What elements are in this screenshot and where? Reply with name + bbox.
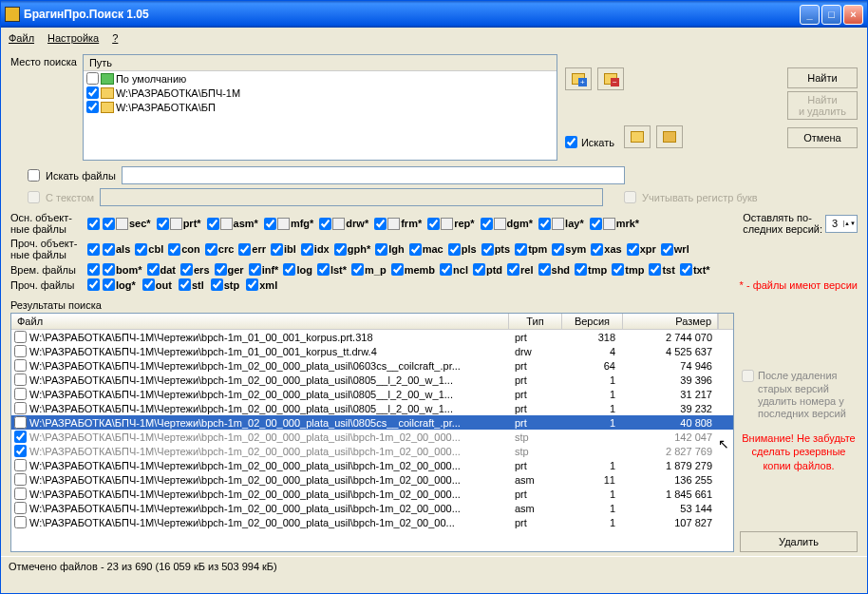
col-size[interactable]: Размер (623, 314, 718, 329)
ext-checkbox[interactable] (440, 263, 452, 276)
col-file[interactable]: Файл (11, 314, 509, 329)
ext-sec[interactable]: sec* (103, 218, 151, 230)
ext-checkbox[interactable] (538, 218, 551, 230)
ext-log[interactable]: log* (103, 278, 136, 291)
ext-xas[interactable]: xas (591, 243, 621, 256)
menu-settings[interactable]: Настройка (47, 32, 99, 44)
ext-checkbox[interactable] (374, 218, 387, 230)
ext-pls[interactable]: pls (448, 243, 477, 256)
ext-checkbox[interactable] (351, 263, 364, 276)
ext-ptd[interactable]: ptd (473, 263, 502, 276)
table-row[interactable]: W:\РАЗРАБОТКА\БПЧ-1М\Чертежи\bpch-1m_02_… (11, 415, 733, 430)
ext-checkbox[interactable] (142, 278, 155, 291)
path-checkbox[interactable] (86, 72, 99, 85)
path-row[interactable]: По умолчанию (84, 71, 557, 86)
ext-bom[interactable]: bom* (103, 263, 142, 276)
path-row[interactable]: W:\РАЗРАБОТКА\БПЧ-1М (84, 86, 557, 100)
results-table[interactable]: Файл Тип Версия Размер ↖ W:\РАЗРАБОТКА\Б… (10, 313, 734, 552)
ext-als[interactable]: als (103, 243, 130, 256)
path-checkbox[interactable] (86, 101, 99, 113)
path-row[interactable]: W:\РАЗРАБОТКА\БП (84, 100, 557, 114)
row-checkbox[interactable] (14, 359, 27, 372)
row-checkbox[interactable] (14, 331, 27, 343)
ext-mrk[interactable]: mrk* (590, 218, 639, 230)
ext-stl[interactable]: stl (179, 278, 204, 291)
close-button[interactable]: × (843, 5, 863, 25)
ext-checkbox[interactable] (147, 263, 160, 276)
ext-checkbox[interactable] (627, 243, 639, 256)
menu-help[interactable]: ? (112, 32, 118, 44)
row-checkbox[interactable] (14, 388, 27, 400)
ext-mfg[interactable]: mfg* (264, 218, 313, 230)
ext-mac[interactable]: mac (409, 243, 443, 256)
ext-checkbox[interactable] (507, 263, 519, 276)
ext-lgh[interactable]: lgh (375, 243, 405, 256)
ext-checkbox[interactable] (103, 263, 115, 276)
ext-memb[interactable]: memb (391, 263, 435, 276)
ext-checkbox[interactable] (661, 243, 673, 256)
ext-xml[interactable]: xml (246, 278, 277, 291)
ext-checkbox[interactable] (179, 278, 191, 291)
table-row[interactable]: W:\РАЗРАБОТКА\БПЧ-1М\Чертежи\bpch-1m_01_… (11, 330, 733, 344)
table-row[interactable]: W:\РАЗРАБОТКА\БПЧ-1М\Чертежи\bpch-1m_02_… (11, 472, 733, 487)
table-row[interactable]: W:\РАЗРАБОТКА\БПЧ-1М\Чертежи\bpch-1m_01_… (11, 344, 733, 358)
delete-button[interactable]: Удалить (740, 531, 858, 552)
ext-dat[interactable]: dat (147, 263, 177, 276)
ext-prt[interactable]: prt* (157, 218, 201, 230)
main-obj-all-checkbox[interactable] (87, 218, 100, 230)
ext-checkbox[interactable] (317, 263, 330, 276)
ext-checkbox[interactable] (319, 218, 331, 230)
ext-ibl[interactable]: ibl (271, 243, 296, 256)
ext-cbl[interactable]: cbl (135, 243, 163, 256)
ext-checkbox[interactable] (271, 243, 283, 256)
maximize-button[interactable]: □ (821, 5, 841, 25)
ext-lst[interactable]: lst* (317, 263, 347, 276)
search-files-input[interactable] (122, 166, 625, 184)
ext-checkbox[interactable] (409, 243, 422, 256)
cancel-button[interactable]: Отмена (787, 127, 858, 148)
row-checkbox[interactable] (14, 459, 27, 471)
path-checkbox[interactable] (86, 86, 99, 99)
table-row[interactable]: W:\РАЗРАБОТКА\БПЧ-1М\Чертежи\bpch-1m_02_… (11, 401, 733, 415)
ext-drw[interactable]: drw* (319, 218, 368, 230)
ext-con[interactable]: con (168, 243, 200, 256)
ext-checkbox[interactable] (301, 243, 313, 256)
ext-checkbox[interactable] (103, 243, 115, 256)
row-checkbox[interactable] (14, 431, 27, 443)
ext-ers[interactable]: ers (180, 263, 210, 276)
row-checkbox[interactable] (14, 374, 27, 386)
ext-checkbox[interactable] (264, 218, 276, 230)
ext-checkbox[interactable] (575, 263, 587, 276)
ext-tst[interactable]: tst (649, 263, 674, 276)
ext-checkbox[interactable] (103, 218, 115, 230)
ext-checkbox[interactable] (157, 218, 169, 230)
ext-ncl[interactable]: ncl (440, 263, 468, 276)
ext-txt[interactable]: txt* (680, 263, 710, 276)
find-button[interactable]: Найти (787, 67, 858, 88)
ext-frm[interactable]: frm* (374, 218, 422, 230)
col-type[interactable]: Тип (509, 314, 562, 329)
remove-path-button[interactable]: − (597, 67, 624, 90)
ext-checkbox[interactable] (375, 243, 387, 256)
ext-shd[interactable]: shd (538, 263, 571, 276)
table-row[interactable]: W:\РАЗРАБОТКА\БПЧ-1М\Чертежи\bpch-1m_02_… (11, 358, 733, 373)
ext-inf[interactable]: inf* (249, 263, 279, 276)
search-checkbox[interactable] (565, 136, 577, 148)
ext-checkbox[interactable] (283, 263, 295, 276)
ext-rep[interactable]: rep* (427, 218, 474, 230)
row-checkbox[interactable] (14, 402, 27, 414)
row-checkbox[interactable] (14, 416, 27, 429)
ext-checkbox[interactable] (481, 243, 494, 256)
table-row[interactable]: W:\РАЗРАБОТКА\БПЧ-1М\Чертежи\bpch-1m_02_… (11, 387, 733, 401)
ext-xpr[interactable]: xpr (627, 243, 656, 256)
ext-stp[interactable]: stp (211, 278, 240, 291)
ext-checkbox[interactable] (515, 243, 527, 256)
ext-lay[interactable]: lay* (538, 218, 584, 230)
row-checkbox[interactable] (14, 502, 27, 514)
other-files-all-checkbox[interactable] (87, 278, 100, 291)
ext-checkbox[interactable] (168, 243, 180, 256)
row-checkbox[interactable] (14, 473, 27, 486)
ext-idx[interactable]: idx (301, 243, 330, 256)
temp-files-all-checkbox[interactable] (87, 263, 100, 276)
table-row[interactable]: W:\РАЗРАБОТКА\БПЧ-1М\Чертежи\bpch-1m_02_… (11, 373, 733, 387)
